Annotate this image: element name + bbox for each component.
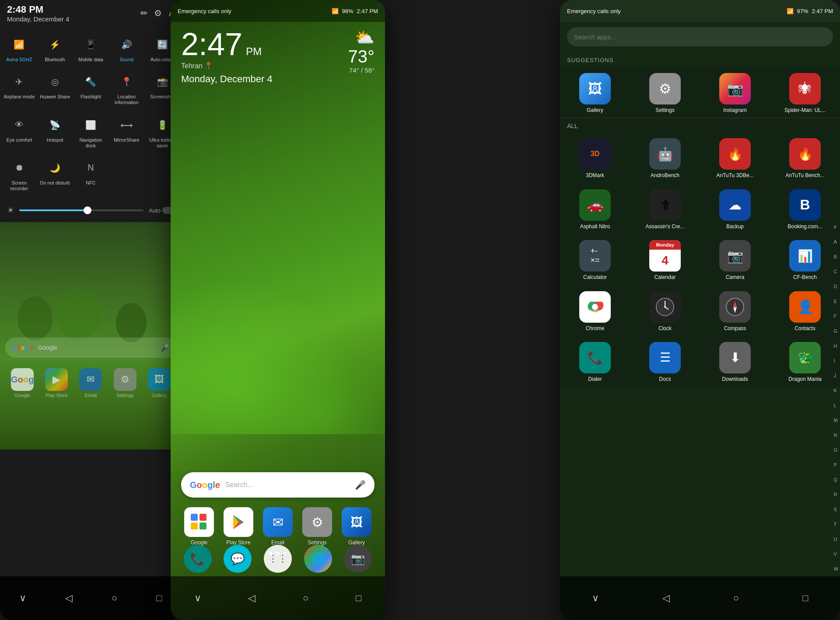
alpha-scrollbar[interactable]: # A B C D E F G H I J K L M N O P Q R S — [834, 219, 838, 576]
alpha-b[interactable]: B — [834, 254, 838, 259]
mid-app-settings[interactable]: ⚙ Settings — [302, 507, 332, 546]
left-dock-settings[interactable]: ⚙ Settings — [114, 368, 136, 398]
right-suggestion-gallery[interactable]: 🖼 Gallery — [560, 67, 630, 118]
right-search-area[interactable] — [560, 22, 840, 52]
tile-dnd[interactable]: 🌙 Do not disturb — [38, 153, 73, 195]
mid-nav-recent[interactable]: □ — [356, 592, 361, 604]
alpha-k[interactable]: K — [834, 388, 838, 393]
alpha-n[interactable]: N — [834, 432, 838, 438]
edit-icon[interactable]: ✏ — [140, 8, 148, 18]
mid-dock-phone[interactable]: 📞 — [184, 545, 212, 573]
app-antutu[interactable]: 🔥 AnTuTu Bench... — [770, 132, 840, 183]
left-nav-back[interactable]: ◁ — [65, 592, 73, 604]
alpha-hash[interactable]: # — [834, 224, 838, 230]
alpha-o[interactable]: O — [834, 447, 838, 453]
tile-huawei-share[interactable]: ◎ Huawei Share — [38, 67, 73, 109]
mid-app-playstore[interactable]: Play Store — [224, 507, 253, 546]
alpha-i[interactable]: I — [834, 358, 838, 363]
app-contacts[interactable]: 👤 Contacts — [770, 285, 840, 336]
app-asphalt[interactable]: 🚗 Asphalt Nitro — [560, 183, 630, 234]
alpha-f[interactable]: F — [834, 313, 838, 319]
right-suggestion-spiderman[interactable]: 🕷 Spider-Man: UL... — [770, 67, 840, 118]
brightness-slider[interactable] — [19, 209, 144, 211]
tile-wifi[interactable]: 📶 Avina 5GHZ — [2, 30, 37, 66]
mid-app-gallery[interactable]: 🖼 Gallery — [342, 507, 371, 546]
right-suggestion-settings[interactable]: ⚙ Settings — [630, 67, 700, 118]
left-nav-home[interactable]: ○ — [112, 592, 117, 604]
app-compass[interactable]: Compass — [700, 285, 770, 336]
tile-airplane[interactable]: ✈ Airplane mode — [2, 67, 37, 109]
app-assassin[interactable]: 🗡 Assassin's Cre... — [630, 183, 700, 234]
tile-hotspot[interactable]: 📡 Hotspot — [38, 110, 73, 152]
alpha-c[interactable]: C — [834, 269, 838, 274]
mid-app-email[interactable]: ✉ Email — [263, 507, 293, 546]
brightness-control[interactable]: ☀ Auto — [0, 199, 182, 222]
alpha-g[interactable]: G — [834, 328, 838, 334]
all-apps-scroll[interactable]: 3D 3DMark 🤖 AndroBench 🔥 AnTuTu 3DB — [560, 132, 840, 620]
alpha-l[interactable]: L — [834, 403, 838, 408]
mid-nav-down[interactable]: ∨ — [194, 592, 201, 604]
app-antutu-3d[interactable]: 🔥 AnTuTu 3DBe... — [700, 132, 770, 183]
mid-search-bar[interactable]: Google Search... 🎤 — [181, 472, 374, 498]
app-androbench[interactable]: 🤖 AndroBench — [630, 132, 700, 183]
alpha-t[interactable]: T — [834, 522, 838, 527]
tile-nav-dock[interactable]: ⬜ Navigation dock — [74, 110, 108, 152]
tile-sound[interactable]: 🔊 Sound — [109, 30, 144, 66]
app-backup[interactable]: ☁ Backup — [700, 183, 770, 234]
mid-nav-back[interactable]: ◁ — [248, 592, 256, 604]
mid-dock-apps[interactable]: ⋮⋮ — [264, 545, 292, 573]
mid-app-google[interactable]: Google — [184, 507, 214, 546]
alpha-s[interactable]: S — [834, 507, 838, 512]
mid-dock-camera[interactable]: 📷 — [344, 545, 372, 573]
left-dock-playstore[interactable]: ▶ Play Store — [45, 368, 68, 398]
left-dock-email[interactable]: ✉ Email — [79, 368, 102, 398]
right-nav-home[interactable]: ○ — [733, 592, 739, 604]
tile-screen-recorder[interactable]: ⏺ Screen recorder — [2, 153, 37, 195]
right-nav-recent[interactable]: □ — [802, 592, 808, 604]
mid-mic-icon[interactable]: 🎤 — [355, 480, 366, 490]
settings-icon[interactable]: ⚙ — [154, 8, 162, 18]
app-camera[interactable]: 📷 Camera — [700, 234, 770, 285]
alpha-w[interactable]: W — [834, 566, 838, 571]
alpha-q[interactable]: Q — [834, 477, 838, 482]
app-dialer[interactable]: 📞 Dialer — [560, 336, 630, 387]
tile-flashlight[interactable]: 🔦 Flashlight — [74, 67, 108, 109]
tile-mirror-share[interactable]: ⟷ MirrorShare — [109, 110, 144, 152]
left-dock-google[interactable]: Goog Google — [11, 368, 34, 398]
right-search-input[interactable] — [567, 27, 833, 46]
mid-nav-home[interactable]: ○ — [303, 592, 308, 604]
alpha-u[interactable]: U — [834, 536, 838, 542]
app-calendar[interactable]: Monday 4 Calendar — [630, 234, 700, 285]
left-nav-down[interactable]: ∨ — [19, 592, 26, 604]
right-nav-back[interactable]: ◁ — [662, 592, 670, 604]
tile-mobile-data[interactable]: 📱 Mobile data — [74, 30, 108, 66]
right-suggestion-instagram[interactable]: 📷 Instagram — [700, 67, 770, 118]
alpha-m[interactable]: M — [834, 418, 838, 423]
app-3dmark[interactable]: 3D 3DMark — [560, 132, 630, 183]
mid-dock-chrome[interactable]: 🌐 — [304, 545, 332, 573]
alpha-v[interactable]: V — [834, 551, 838, 557]
app-clock[interactable]: Clock — [630, 285, 700, 336]
alpha-h[interactable]: H — [834, 343, 838, 348]
app-chrome[interactable]: Chrome — [560, 285, 630, 336]
app-dragon[interactable]: 🐲 Dragon Mania — [770, 336, 840, 387]
tile-nfc[interactable]: N NFC — [74, 153, 108, 195]
alpha-r[interactable]: R — [834, 492, 838, 497]
left-dock-gallery[interactable]: 🖼 Gallery — [148, 368, 171, 398]
tile-bluetooth[interactable]: ⚡ Bluetooth — [38, 30, 73, 66]
mid-dock-messages[interactable]: 💬 — [224, 545, 252, 573]
mic-icon[interactable]: 🎤 — [161, 344, 169, 352]
alpha-d[interactable]: D — [834, 284, 838, 289]
tile-eye-comfort[interactable]: 👁 Eye comfort — [2, 110, 37, 152]
app-cfbench[interactable]: 📊 CF-Bench — [770, 234, 840, 285]
alpha-j[interactable]: J — [834, 373, 838, 378]
app-downloads[interactable]: ⬇ Downloads — [700, 336, 770, 387]
alpha-p[interactable]: P — [834, 462, 838, 467]
google-search-bar[interactable]: Google Google 🎤 — [5, 338, 176, 358]
alpha-a[interactable]: A — [834, 239, 838, 244]
right-nav-down[interactable]: ∨ — [592, 592, 599, 604]
app-booking[interactable]: B Booking.com... — [770, 183, 840, 234]
app-docs[interactable]: ☰ Docs — [630, 336, 700, 387]
app-calculator[interactable]: +-×= Calculator — [560, 234, 630, 285]
left-nav-recent[interactable]: □ — [156, 592, 162, 604]
